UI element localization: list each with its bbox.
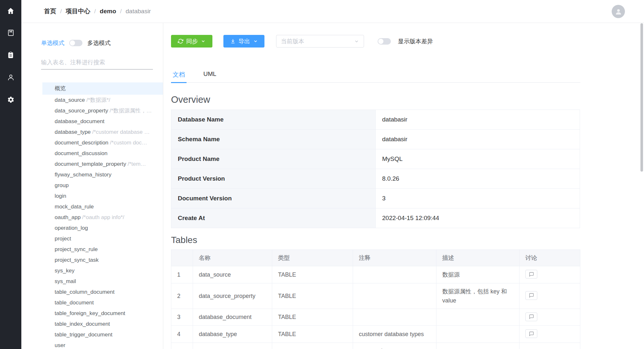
sync-button[interactable]: 同步 [171,35,212,48]
table-list-item[interactable]: project_sync_rule [42,244,163,255]
export-button[interactable]: 导出 [223,35,264,48]
table-list-item[interactable]: sys_key [42,265,163,276]
table-list-item[interactable]: data_source_property /*数据源属性，… [42,105,163,116]
diff-toggle[interactable] [378,38,391,45]
vertical-scrollbar-thumb[interactable] [640,23,643,172]
tables-row: 2data_source_propertyTABLE数据源属性，包括 key 和… [171,283,580,309]
table-comment-label: /*数据源*/ [85,97,110,103]
table-list-item[interactable]: project [42,233,163,244]
table-name-label: data_source [55,97,85,103]
table-list-item[interactable]: table_column_document [42,287,163,297]
table-list-item[interactable]: flyway_schema_history [42,169,163,180]
breadcrumb-item[interactable]: 首页 [44,7,56,16]
table-name-label: project_sync_rule [55,246,98,252]
tables-cell-description [436,343,520,349]
table-list-item[interactable]: mock_data_rule [42,201,163,212]
discussion-button[interactable] [525,329,537,338]
select-mode-toggle[interactable] [69,40,82,46]
table-list-item[interactable]: oauth_app /*oauth app info*/ [42,212,163,223]
table-list-item[interactable]: database_document [42,116,163,127]
tables-row: 4database_typeTABLEcustomer database typ… [171,326,580,343]
table-list-item[interactable]: user [42,340,163,349]
overview-table: Database NamedatabasirSchema Namedatabas… [171,110,580,228]
tables-column-header: 注释 [353,250,436,266]
discussion-bubble-icon [529,331,534,336]
version-select[interactable]: 当前版本 [276,35,364,48]
table-list-item[interactable]: operation_log [42,223,163,233]
multi-select-mode-label[interactable]: 多选模式 [87,39,111,47]
breadcrumb-item[interactable]: 项目中心 [66,7,90,16]
table-name-label: mock_data_rule [55,204,94,210]
table-name-label: table_column_document [55,289,114,295]
table-list-item[interactable]: sys_mail [42,276,163,287]
tables-cell-index: 1 [171,266,193,283]
nav-user-button[interactable] [7,74,15,81]
discussion-button[interactable] [525,291,537,300]
table-comment-label: /*custom doc… [108,140,147,146]
table-list-item[interactable]: 概览 [42,82,163,95]
table-list-item[interactable]: document_discussion [42,148,163,159]
home-icon [7,7,15,15]
search-input[interactable] [41,58,153,69]
table-name-label: document_description [55,140,108,146]
table-list-item[interactable]: document_template_property /*tem… [42,159,163,169]
table-list-item[interactable]: document_description /*custom doc… [42,137,163,148]
overview-row-value: databasir [376,110,580,130]
tables-header-row: 名称类型注释描述讨论 [171,250,580,266]
table-comment-label: /*数据源属性，… [108,108,152,114]
chevron-down-icon [354,39,359,44]
table-list-item[interactable]: table_foreign_key_document [42,308,163,319]
discussion-button[interactable] [525,312,537,321]
breadcrumb-item[interactable]: databasir [126,8,151,15]
document-body: Overview Database NamedatabasirSchema Na… [171,94,580,349]
overview-row: Document Version3 [171,189,580,208]
single-select-mode-label[interactable]: 单选模式 [41,39,64,47]
tab-doc[interactable]: 文档 [171,70,187,83]
table-list-item[interactable]: table_index_document [42,319,163,329]
avatar[interactable] [612,5,625,18]
user-avatar-icon [615,8,622,16]
table-list-item[interactable]: login [42,191,163,201]
tables-cell-index: 2 [171,283,193,309]
overview-row-value: 3 [376,189,580,208]
table-comment-label: /*oauth app info*/ [80,214,124,220]
table-list-item[interactable]: data_source /*数据源*/ [42,95,163,105]
tables-title: Tables [171,235,580,245]
overview-table-body: Database NamedatabasirSchema Namedatabas… [171,110,580,228]
toolbar: 同步 导出 当前版本 显示版本差异 [171,35,433,48]
nav-home-button[interactable] [7,7,15,15]
tables-column-header: 讨论 [520,250,580,266]
tables-cell-discussion [520,266,580,283]
table-name-label: database_type [55,129,91,135]
tables-cell-comment: custom document description [353,343,436,349]
table-list-item[interactable]: group [42,180,163,191]
tables-cell-discussion [520,283,580,309]
table-list-item[interactable]: table_document [42,297,163,308]
tables-cell-comment: customer database types [353,326,436,343]
table-name-label: sys_mail [55,278,76,284]
breadcrumb-item[interactable]: demo [100,8,116,15]
table-list-item[interactable]: project_sync_task [42,255,163,265]
tab-uml[interactable]: UML [202,70,218,82]
sync-button-label: 同步 [186,37,198,45]
chevron-down-icon [201,39,206,44]
tables-table-head: 名称类型注释描述讨论 [171,250,580,266]
nav-settings-button[interactable] [7,96,15,103]
table-name-label: table_foreign_key_document [55,310,125,316]
nav-book-button[interactable] [7,29,15,37]
table-list-item[interactable]: database_type /*customer database … [42,127,163,137]
table-name-label: table_index_document [55,321,110,327]
table-list-item[interactable]: table_trigger_document [42,329,163,340]
toggle-knob [70,40,75,46]
breadcrumb-separator: / [60,8,62,15]
discussion-button[interactable] [525,270,537,279]
table-name-label: table_trigger_document [55,332,113,338]
breadcrumb-separator: / [120,8,122,15]
book-icon [7,29,15,37]
nav-clipboard-button[interactable] [7,51,14,59]
select-mode-row: 单选模式 多选模式 [41,39,163,47]
overview-row: Product Version8.0.26 [171,169,580,189]
table-name-label: document_discussion [55,150,107,156]
tables-cell-discussion [520,326,580,343]
breadcrumb-separator: / [94,8,96,15]
